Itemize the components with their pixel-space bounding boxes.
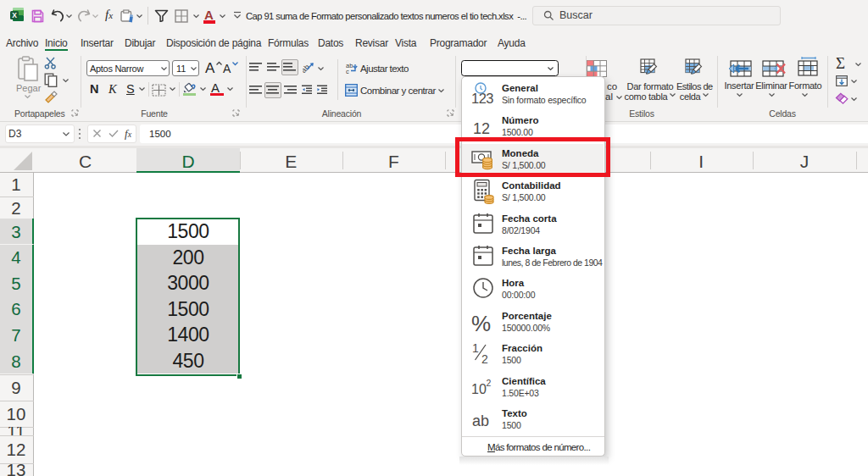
svg-text:1: 1	[472, 341, 479, 355]
svg-text:10: 10	[471, 382, 487, 396]
svg-text:%: %	[471, 311, 491, 335]
svg-text:X: X	[12, 11, 17, 19]
svg-text:ab: ab	[472, 412, 489, 429]
svg-text:2: 2	[481, 352, 488, 366]
svg-text:2: 2	[487, 378, 492, 388]
svg-text:c: c	[346, 68, 349, 75]
svg-text:12: 12	[473, 120, 490, 137]
svg-text:ab: ab	[303, 63, 311, 74]
